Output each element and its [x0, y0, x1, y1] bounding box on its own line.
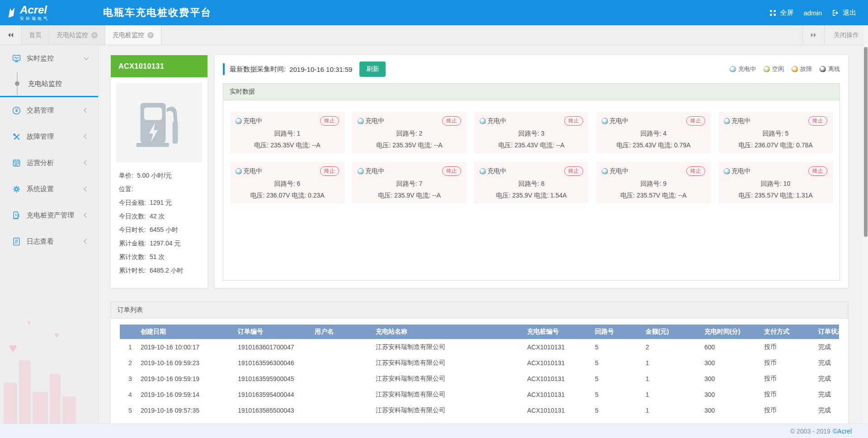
table-cell: 2: [646, 344, 704, 351]
charging-status-dot-icon: [602, 118, 608, 124]
tab-首页[interactable]: 首页: [22, 25, 49, 45]
close-icon[interactable]: ×: [147, 32, 154, 38]
scrollbar[interactable]: [864, 47, 868, 237]
legend-label: 故障: [800, 65, 812, 73]
stat-value: 6455 小时: [150, 223, 178, 236]
circuit-card-6: 充电中终止回路号: 6电压: 236.07V 电流: 0.23A: [230, 162, 344, 203]
double-arrow-left-icon: [7, 32, 14, 38]
sidebar-item-label: 系统设置: [27, 185, 54, 193]
sidebar-subitem-充电站监控[interactable]: 充电站监控: [0, 71, 98, 96]
collect-time-label: 最新数据采集时间:: [230, 65, 286, 74]
stat-label: 今日次数:: [119, 209, 146, 223]
sidebar-subitem-label: 充电站监控: [28, 80, 62, 88]
sidebar-item-label: 充电桩资产管理: [27, 211, 74, 220]
sidebar-item-4[interactable]: 运营分析: [0, 150, 98, 176]
circuit-meter: 电压: 235.57V 电流: --A: [602, 192, 705, 200]
stat-label: 今日时长:: [119, 223, 146, 236]
sidebar-item-5[interactable]: 系统设置: [0, 176, 98, 202]
refresh-button[interactable]: 刷新: [359, 61, 386, 77]
circuit-number: 回路号: 6: [236, 180, 339, 188]
stat-value: 1297.04 元: [150, 236, 181, 250]
stat-value: 5.00 小时/元: [137, 169, 172, 182]
station-stat-row: 今日金额:1291 元: [119, 196, 202, 209]
tab-label: 充电桩监控: [113, 31, 144, 39]
column-header: 充电桩编号: [527, 328, 595, 336]
collect-time-value: 2019-10-16 10:31:59: [289, 66, 352, 73]
table-cell: ACX1010131: [527, 344, 595, 351]
terminate-button[interactable]: 终止: [808, 116, 827, 126]
tab-bar: 首页充电站监控×充电桩监控× 关闭操作: [0, 25, 868, 45]
close-icon[interactable]: ×: [91, 32, 98, 38]
sidebar-item-1[interactable]: 实时监控: [0, 45, 98, 71]
tabs-scroll-left-button[interactable]: [0, 25, 22, 45]
station-stat-row: 累计次数:51 次: [119, 250, 202, 264]
terminate-button[interactable]: 终止: [808, 166, 827, 176]
table-row: 42019-10-16 09:59:141910163595400044江苏安科…: [120, 386, 839, 402]
stat-label: 位置:: [119, 182, 133, 196]
table-cell: 完成: [818, 406, 839, 414]
circuit-number: 回路号: 5: [724, 130, 827, 138]
row-index: 3: [120, 375, 141, 382]
fullscreen-button[interactable]: 全屏: [769, 9, 793, 17]
realtime-panel-title: 实时数据: [223, 84, 840, 100]
terminate-button[interactable]: 终止: [320, 166, 339, 176]
charging-status-dot-icon: [724, 168, 730, 174]
circuit-card-8: 充电中终止回路号: 8电压: 235.9V 电流: 1.54A: [474, 162, 589, 203]
sidebar-item-6[interactable]: 充电桩资产管理: [0, 202, 98, 228]
chevron-left-icon: [84, 239, 89, 244]
tab-充电站监控[interactable]: 充电站监控×: [49, 25, 105, 45]
circuit-card-10: 充电中终止回路号: 10电压: 235.57V 电流: 1.31A: [718, 162, 833, 203]
legend-label: 充电中: [738, 65, 756, 73]
sidebar-item-3[interactable]: 故障管理: [0, 123, 98, 150]
table-row: 22019-10-16 09:59:231910163596300046江苏安科…: [120, 355, 839, 371]
legend-item-充电中: 充电中: [730, 65, 756, 73]
table-cell: 2019-10-16 09:59:19: [141, 375, 238, 382]
page-title: 电瓶车充电桩收费平台: [103, 6, 212, 19]
footer: © 2003 - 2019 ©Acrel: [0, 424, 868, 438]
table-row: 32019-10-16 09:59:191910163595900045江苏安科…: [120, 371, 839, 386]
terminate-button[interactable]: 终止: [442, 116, 461, 126]
tabs-scroll-right-button[interactable]: [802, 25, 824, 45]
terminate-button[interactable]: 终止: [686, 116, 705, 126]
app-header: Acrel 安科瑞电气 电瓶车充电桩收费平台 全屏 admin 退出: [0, 0, 868, 25]
table-cell: 江苏安科瑞制造有限公司: [376, 359, 527, 367]
user-menu[interactable]: admin: [803, 9, 822, 17]
circuit-status-label: 充电中: [609, 117, 628, 125]
circuit-card-1: 充电中终止回路号: 1电压: 235.35V 电流: --A: [230, 112, 344, 153]
sidebar-item-label: 交易管理: [27, 106, 54, 115]
terminate-button[interactable]: 终止: [564, 116, 583, 126]
terminate-button[interactable]: 终止: [442, 166, 461, 176]
orders-table: 创建日期订单编号用户名充电站名称充电桩编号回路号金额(元)充电时间(分)支付方式…: [120, 325, 839, 418]
terminate-button[interactable]: 终止: [686, 166, 705, 176]
brand-link[interactable]: ©Acrel: [833, 428, 852, 435]
terminate-button[interactable]: 终止: [320, 116, 339, 126]
row-index: 5: [120, 407, 141, 414]
sidebar-item-7[interactable]: 日志查看: [0, 228, 98, 254]
circuit-status-label: 充电中: [487, 167, 506, 175]
circuit-meter: 电压: 236.07V 电流: 0.78A: [724, 141, 827, 150]
table-cell: 300: [704, 391, 764, 398]
close-operations-button[interactable]: 关闭操作: [824, 25, 868, 45]
main-content: ACX1010131 单价:5.00 小时/元位置:今日金额:1291 元今日次…: [99, 45, 868, 424]
accent-bar: [223, 63, 225, 75]
column-header: 充电时间(分): [704, 328, 764, 336]
stat-label: 单价:: [119, 169, 133, 182]
orders-panel: 订单列表 创建日期订单编号用户名充电站名称充电桩编号回路号金额(元)充电时间(分…: [111, 301, 848, 424]
transaction-icon: ¥: [12, 106, 21, 115]
charging-status-dot-icon: [480, 168, 486, 174]
table-cell: 300: [704, 407, 764, 414]
status-dot-icon: [730, 66, 736, 72]
terminate-button[interactable]: 终止: [564, 166, 583, 176]
sidebar-item-label: 故障管理: [27, 132, 54, 141]
logout-button[interactable]: 退出: [832, 9, 856, 17]
table-cell: 1: [646, 359, 704, 367]
table-cell: 1910163595900045: [238, 375, 315, 382]
chevron-left-icon: [84, 212, 89, 217]
circuit-number: 回路号: 4: [602, 130, 705, 138]
logout-icon: [832, 9, 840, 17]
row-index: 1: [120, 344, 141, 351]
circuit-status-label: 充电中: [731, 117, 750, 125]
tab-充电桩监控[interactable]: 充电桩监控×: [105, 25, 161, 45]
sidebar-item-2[interactable]: ¥交易管理: [0, 97, 98, 123]
table-row: 52019-10-16 09:57:351910163585500043江苏安科…: [120, 402, 839, 418]
